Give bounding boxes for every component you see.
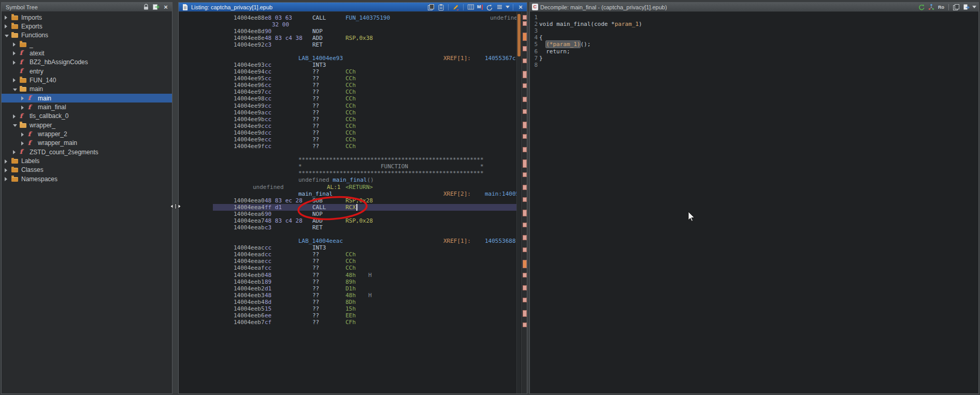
chevron-right-icon[interactable] [13, 51, 16, 55]
listing-line[interactable]: 14004ee9fcc??CCh [213, 143, 516, 150]
ro-logo[interactable]: Ro [937, 3, 945, 11]
listing-line[interactable]: 14004ee96cc??CCh [213, 82, 516, 89]
listing-line[interactable]: 14004ee9acc??CCh [213, 109, 516, 116]
tree-item-_[interactable]: _ [2, 40, 172, 49]
listing-line[interactable]: 14004eeaecc??CCh [213, 258, 516, 265]
chevron-right-icon[interactable] [21, 96, 24, 100]
listing-line[interactable]: 14004ee99cc??CCh [213, 103, 516, 109]
tree-item-labels[interactable]: Labels [2, 157, 172, 166]
chevron-right-icon[interactable] [13, 42, 16, 47]
chevron-down-icon[interactable] [5, 35, 9, 37]
listing-line[interactable]: 14004ee97cc??CCh [213, 89, 516, 95]
decompile-line[interactable]: 1 [530, 14, 978, 21]
graph-icon[interactable] [927, 3, 935, 11]
listing-line[interactable]: 14004eeadcc??CCh [213, 251, 516, 258]
tree-item-main_final[interactable]: main_final [2, 103, 172, 112]
listing-line[interactable]: 14004ee9ccc??CCh [213, 123, 516, 129]
tree-item-classes[interactable]: Classes [2, 166, 172, 174]
list-icon[interactable] [495, 3, 503, 11]
listing-line[interactable]: 14004ee93ccINT3 [213, 62, 516, 68]
tree-item-zstd_count_2segments[interactable]: ZSTD_count_2segments [2, 148, 172, 156]
listing-line[interactable]: 14004ee9ecc??CCh [213, 136, 516, 143]
listing-line[interactable]: 14004eea748 83 c4 28ADDRSP,0x28 [213, 217, 516, 224]
edit-icon[interactable] [452, 3, 460, 11]
chevron-right-icon[interactable] [21, 106, 24, 110]
lock-icon[interactable] [142, 3, 150, 11]
paste-icon[interactable] [437, 3, 445, 11]
refresh-green-icon[interactable] [917, 3, 926, 11]
listing-line[interactable]: 14004ee9dcc??CCh [213, 129, 516, 136]
listing-titlebar[interactable]: Listing: captcha_privacy[1].epub [179, 3, 527, 12]
chevron-right-icon[interactable] [5, 159, 7, 164]
scrollbar-thumb[interactable] [517, 14, 521, 56]
listing-line[interactable]: 14004eea048 83 ec 28SUBRSP,0x28 [213, 197, 516, 204]
listing-line[interactable]: 14004eeb6ee??EEh [213, 312, 516, 319]
chevron-right-icon[interactable] [21, 133, 24, 137]
chevron-down-icon[interactable] [13, 124, 17, 127]
decompile-line[interactable]: 7} [530, 55, 978, 62]
listing-line[interactable]: 14004eea690NOP [213, 211, 516, 217]
decompile-line[interactable]: 4{ [530, 34, 978, 41]
listing-line[interactable] [213, 48, 516, 55]
listing-line[interactable]: 14004eeb7cf??CFh [213, 319, 516, 326]
chevron-right-icon[interactable] [5, 24, 7, 28]
copy-icon[interactable] [427, 3, 435, 11]
decompile-line[interactable]: 3 [530, 27, 978, 34]
refresh-icon[interactable] [485, 3, 494, 11]
listing-line[interactable]: 14004ee94cc??CCh [213, 68, 516, 75]
dropdown-icon[interactable] [506, 6, 510, 8]
listing-scrollbar[interactable] [516, 12, 521, 393]
chevron-right-icon[interactable] [21, 141, 24, 145]
tree-item-fun_140[interactable]: FUN_140 [2, 76, 172, 84]
chevron-right-icon[interactable] [13, 114, 16, 119]
decompile-line[interactable]: 5 (*param_1)(); [530, 41, 978, 48]
listing-line[interactable]: 14004eeafcc??CCh [213, 265, 516, 271]
decompile-titlebar[interactable]: Decompile: main_final - (captcha_privacy… [530, 3, 978, 12]
listing-line[interactable] [213, 231, 516, 238]
listing-line[interactable]: 14004ee95cc??CCh [213, 75, 516, 82]
listing-line[interactable]: 14004eeb2d1??D1h [213, 285, 516, 292]
listing-line[interactable]: 14004eeabc3RET [213, 224, 516, 231]
listing-line[interactable]: 32 00 [213, 21, 516, 28]
copy-icon[interactable] [952, 3, 960, 11]
decompile-line[interactable]: 2void main_final(code *param_1) [530, 21, 978, 27]
close-icon[interactable] [162, 3, 170, 11]
snapshot-icon[interactable] [152, 3, 160, 11]
chevron-right-icon[interactable] [5, 168, 7, 172]
chevron-right-icon[interactable] [5, 16, 7, 20]
listing-line[interactable]: 14004ee8e48 83 c4 38ADDRSP,0x38 [213, 35, 516, 41]
listing-line[interactable]: 14004eeb515??15h [213, 305, 516, 312]
listing-line[interactable]: 14004ee8d90NOP [213, 28, 516, 35]
listing-line[interactable]: undefined main_final() [213, 177, 516, 183]
listing-line[interactable]: 14004eeb348??48hH [213, 292, 516, 299]
chevron-right-icon[interactable] [13, 78, 16, 82]
tree-item-atexit[interactable]: atexit [2, 49, 172, 57]
listing-line[interactable]: ****************************************… [213, 156, 516, 163]
listing-line[interactable]: 14004ee88e8 03 63CALLFUN_140375190undefi… [213, 14, 516, 21]
listing-line[interactable]: LAB_14004eeacXREF[1]:140553688(* [213, 238, 516, 244]
listing-line[interactable]: undefinedAL:1<RETURN> [213, 184, 516, 191]
listing-line[interactable]: 14004ee92c3RET [213, 41, 516, 48]
listing-line[interactable]: 14004eeacccINT3 [213, 244, 516, 251]
decompile-line[interactable]: 6 return; [530, 48, 978, 55]
markup-icon[interactable] [477, 4, 484, 11]
listing-line[interactable]: 14004eeb48d??8Dh [213, 299, 516, 305]
listing-line[interactable]: * FUNCTION * [213, 163, 516, 170]
tree-item-imports[interactable]: Imports [2, 13, 172, 22]
listing-overview-margin[interactable] [521, 12, 527, 393]
close-icon[interactable] [516, 3, 525, 11]
listing-line[interactable]: main_finalXREF[2]:main:140058... [213, 191, 516, 197]
listing-line[interactable]: ****************************************… [213, 170, 516, 177]
tree-item-bz2_hbassigncodes[interactable]: BZ2_hbAssignCodes [2, 58, 172, 67]
listing-line[interactable] [213, 150, 516, 156]
tree-item-entry[interactable]: entry [2, 67, 172, 76]
tree-item-wrapper_[interactable]: wrapper_ [2, 121, 172, 129]
tree-item-namespaces[interactable]: Namespaces [2, 174, 172, 183]
listing-line[interactable]: 14004ee9bcc??CCh [213, 116, 516, 123]
tree-item-functions[interactable]: Functions [2, 31, 172, 40]
tree-item-main[interactable]: main [2, 85, 172, 94]
chevron-right-icon[interactable] [13, 150, 16, 154]
chevron-right-icon[interactable] [13, 61, 16, 65]
tree-item-wrapper_main[interactable]: wrapper_main [2, 139, 172, 148]
export-icon[interactable] [962, 3, 970, 11]
